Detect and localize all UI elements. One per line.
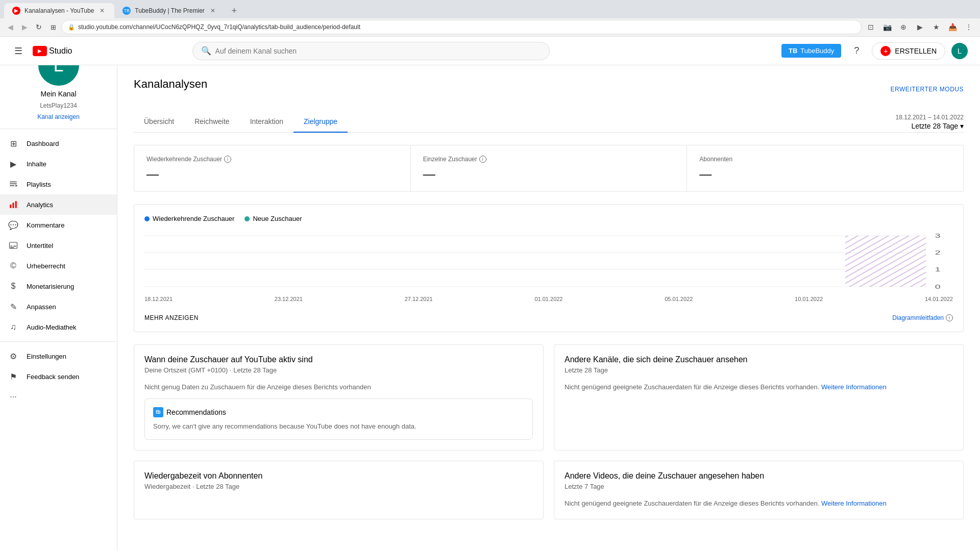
tab-overview[interactable]: Übersicht	[134, 111, 184, 133]
content-area: Kanalanalysen ERWEITERTER MODUS Übersich…	[117, 65, 980, 542]
tab-reichweite[interactable]: Reichweite	[184, 111, 239, 133]
audio-icon: ♫	[8, 322, 18, 332]
extension-btn-3[interactable]: ⊕	[896, 20, 911, 34]
weitere-info-link-3[interactable]: Weitere Informationen	[821, 499, 887, 507]
help-icon: ?	[854, 45, 859, 56]
extension-btn-1[interactable]: ⊡	[864, 20, 878, 34]
diagramm-link[interactable]: Diagrammleitfaden i	[892, 314, 953, 321]
legend-item-1: Neue Zuschauer	[244, 215, 302, 222]
more-icon: ···	[8, 392, 18, 402]
nav-audio[interactable]: ♫ Audio-Mediathek	[0, 317, 117, 337]
back-button[interactable]: ◀	[4, 21, 16, 33]
tab-tubebuddy[interactable]: TB TubeBuddy | The Premier ✕	[114, 3, 225, 18]
tb-rec-text: Sorry, we can't give any recommendations…	[153, 421, 524, 432]
nav-divider	[0, 341, 117, 342]
card-subtitle-3: Letzte 7 Tage	[565, 483, 953, 490]
weitere-info-link-1[interactable]: Weitere Informationen	[821, 383, 887, 391]
nav-label-audio: Audio-Mediathek	[27, 323, 77, 331]
help-button[interactable]: ?	[847, 42, 866, 60]
legend-label-0: Wiederkehrende Zuschauer	[153, 215, 234, 222]
stat-info-icon-1[interactable]: i	[479, 156, 486, 163]
main-header: ☰ Studio 🔍 TB TubeBuddy ? + ERSTELLEN	[0, 37, 980, 65]
channel-link[interactable]: Kanal anzeigen	[37, 113, 80, 120]
browser-address-bar: ◀ ▶ ↻ ⊞ 🔒 studio.youtube.com/channel/UCo…	[0, 18, 980, 37]
tab-interaktion[interactable]: Interaktion	[240, 111, 293, 133]
nav-playlists[interactable]: Playlists	[0, 174, 117, 194]
nav-label-anpassen: Anpassen	[27, 303, 56, 311]
nav-label-playlists: Playlists	[27, 181, 51, 188]
home-button[interactable]: ⊞	[47, 21, 59, 33]
nav-monetarisierung[interactable]: $ Monetarisierung	[0, 276, 117, 296]
nav-analytics[interactable]: Analytics	[0, 194, 117, 215]
chart-dates: 18.12.2021 23.12.2021 27.12.2021 01.01.2…	[144, 296, 953, 302]
nav-label-feedback: Feedback senden	[27, 373, 79, 381]
diagramm-info-icon[interactable]: i	[946, 314, 953, 321]
erweitert-button[interactable]: ERWEITERTER MODUS	[891, 86, 964, 93]
card-empty-0: Nicht genug Daten zu Zuschauern für die …	[144, 382, 533, 392]
stat-label-1: Einzelne Zuschauer i	[423, 156, 675, 163]
date-selector[interactable]: 18.12.2021 – 14.01.2022 Letzte 28 Tage ▾	[896, 114, 964, 130]
card-subtitle-2: Wiedergabezeit · Letzte 28 Tage	[144, 483, 533, 490]
card-andere-videos: Andere Videos, die deine Zuschauer anges…	[554, 461, 964, 519]
nav-dashboard[interactable]: ⊞ Dashboard	[0, 133, 117, 154]
inhalte-icon: ▶	[8, 159, 18, 169]
chevron-down-icon: ▾	[960, 122, 964, 130]
yt-studio-logo: Studio	[33, 46, 72, 56]
tab-close-1[interactable]: ✕	[98, 7, 106, 15]
extension-btn-2[interactable]: 📷	[880, 20, 894, 34]
card-empty-1: Nicht genügend geeignete Zuschauerdaten …	[565, 382, 953, 392]
erstellen-icon: +	[880, 46, 891, 56]
tab-kanalanalysen[interactable]: ▶ Kanalanalysen - YouTube ✕	[4, 3, 114, 18]
studio-text: Studio	[49, 46, 72, 56]
erstellen-button[interactable]: + ERSTELLEN	[872, 42, 945, 60]
new-tab-button[interactable]: +	[227, 4, 241, 18]
nav-label-monetarisierung: Monetarisierung	[27, 283, 74, 290]
svg-marker-3	[16, 185, 18, 187]
extension-btn-6[interactable]: 📥	[945, 20, 960, 34]
yt-logo-icon	[33, 46, 47, 56]
tab-close-2[interactable]: ✕	[209, 7, 217, 15]
date-range: 18.12.2021 – 14.01.2022	[896, 114, 964, 121]
nav-einstellungen[interactable]: ⚙ Einstellungen	[0, 346, 117, 366]
date-label-5: 10.01.2022	[795, 296, 823, 302]
nav-more[interactable]: ···	[0, 387, 117, 407]
more-btn[interactable]: ⋮	[962, 20, 976, 34]
tubebuddy-button[interactable]: TB TubeBuddy	[781, 44, 841, 58]
main-content: Kanalanalysen ERWEITERTER MODUS Übersich…	[117, 37, 980, 551]
extension-btn-5[interactable]: ★	[929, 20, 943, 34]
stat-info-icon-0[interactable]: i	[224, 156, 231, 163]
einstellungen-icon: ⚙	[8, 351, 18, 361]
mehr-anzeigen-button[interactable]: MEHR ANZEIGEN	[144, 314, 199, 321]
hamburger-button[interactable]: ☰	[12, 45, 24, 57]
erstellen-label: ERSTELLEN	[895, 47, 937, 55]
stat-box-2: Abonnenten —	[687, 145, 963, 191]
nav-feedback[interactable]: ⚑ Feedback senden	[0, 366, 117, 387]
tab-title-2: TubeBuddy | The Premier	[135, 7, 205, 14]
search-input[interactable]	[215, 47, 541, 55]
date-label-6: 14.01.2022	[925, 296, 953, 302]
yt-favicon: ▶	[12, 7, 20, 15]
nav-kommentare[interactable]: 💬 Kommentare	[0, 215, 117, 235]
chart-svg: 3 2 1 0	[144, 231, 953, 292]
lock-icon: 🔒	[68, 24, 75, 31]
refresh-button[interactable]: ↻	[33, 21, 45, 33]
nav-urheberrecht[interactable]: © Urheberrecht	[0, 256, 117, 276]
chart-legend: Wiederkehrende Zuschauer Neue Zuschauer	[144, 215, 953, 222]
stat-box-1: Einzelne Zuschauer i —	[411, 145, 688, 191]
anpassen-icon: ✎	[8, 302, 18, 312]
nav-anpassen[interactable]: ✎ Anpassen	[0, 296, 117, 317]
nav-untertitel[interactable]: Untertitel	[0, 235, 117, 256]
extension-btn-4[interactable]: ▶	[913, 20, 927, 34]
tab-zielgruppe[interactable]: Zielgruppe	[293, 111, 348, 133]
address-bar[interactable]: 🔒 studio.youtube.com/channel/UCocN6zQPHQ…	[61, 20, 862, 34]
channel-name: Mein Kanal	[40, 90, 76, 98]
user-avatar[interactable]: L	[951, 43, 968, 59]
stat-box-0: Wiederkehrende Zuschauer i —	[134, 145, 411, 191]
tb-rec-header: tb Recommendations	[153, 407, 524, 417]
forward-button[interactable]: ▶	[18, 21, 31, 33]
search-box[interactable]: 🔍	[192, 42, 550, 60]
nav-label-inhalte: Inhalte	[27, 160, 46, 168]
nav-label-untertitel: Untertitel	[27, 242, 53, 249]
stat-label-2: Abonnenten	[699, 156, 951, 163]
nav-inhalte[interactable]: ▶ Inhalte	[0, 154, 117, 174]
